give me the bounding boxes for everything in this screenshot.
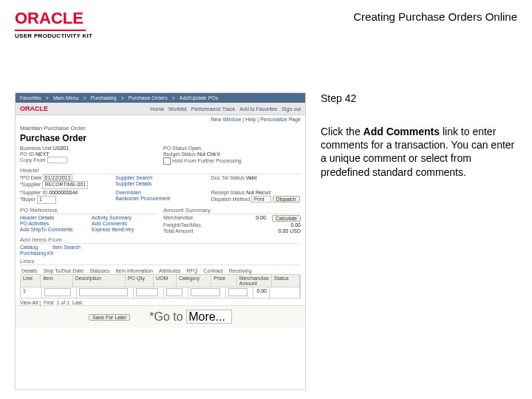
ss-merch-label: Merchandise bbox=[163, 215, 193, 222]
ss-grid-header: Line Item Description PO Qty UOM Categor… bbox=[20, 274, 301, 287]
ss-doc-value: Valid bbox=[246, 175, 257, 180]
ss-lines-section: Lines bbox=[20, 258, 301, 265]
ss-col-uom: UOM bbox=[154, 275, 177, 287]
ss-module-heading: Maintain Purchase Order bbox=[16, 123, 305, 133]
ss-podate-input[interactable]: 01/22/2013 bbox=[44, 174, 72, 181]
table-row: 1 0.00 bbox=[20, 287, 301, 299]
ss-total-value: 0.00 USD bbox=[279, 228, 301, 233]
ss-col-desc: Description bbox=[73, 275, 126, 287]
ss-cell-amt: 0.00 bbox=[253, 287, 270, 298]
ss-postatus-value[interactable]: Open bbox=[188, 146, 201, 151]
ss-nav-item[interactable]: Favorites bbox=[20, 95, 41, 100]
ss-poref-section: PO Reference bbox=[20, 207, 157, 214]
ss-col-amt: Merchandise Amount bbox=[237, 275, 272, 287]
ss-add-shipto-link[interactable]: Add ShipTo Comments bbox=[20, 227, 86, 232]
ss-dispatch-label: Dispatch Method bbox=[211, 197, 250, 202]
ss-tab-attributes[interactable]: Attributes bbox=[157, 267, 183, 274]
ss-po-activities-link[interactable]: PO Activities bbox=[20, 221, 86, 226]
ss-freight-value: 0.00 bbox=[290, 222, 301, 228]
instruction-text: Click the Add Comments link to enter com… bbox=[321, 125, 517, 179]
ss-supplier-input[interactable]: RECORTIME-001 bbox=[42, 181, 88, 189]
ss-nav-item[interactable]: Purchase Orders bbox=[129, 95, 168, 100]
ss-dispatch-select[interactable]: Print bbox=[251, 196, 270, 202]
ss-row-count: 1 bbox=[57, 300, 60, 305]
ss-poid-value: NEXT bbox=[35, 151, 50, 157]
ss-col-qty: PO Qty bbox=[126, 275, 154, 287]
ss-nav-item[interactable]: Main Menu bbox=[53, 95, 79, 100]
ss-col-price: Price bbox=[211, 275, 236, 287]
ss-col-line: Line bbox=[21, 275, 41, 287]
ss-copy-select[interactable] bbox=[47, 157, 68, 163]
ss-doc-label: Doc Tol Status bbox=[211, 175, 245, 180]
ss-purkits-link[interactable]: Purchasing Kit bbox=[20, 250, 53, 256]
ss-tab-iteminfo[interactable]: Item Information bbox=[114, 267, 154, 274]
ss-calculate-button[interactable]: Calculate bbox=[272, 215, 301, 222]
oracle-upk-subtitle: USER PRODUCTIVITY KIT bbox=[15, 33, 92, 39]
ss-link-home[interactable]: Home bbox=[150, 106, 164, 112]
ss-top-links: Home Worklist Performance Trace Add to F… bbox=[150, 106, 301, 112]
ss-link-fav[interactable]: Add to Favorites bbox=[239, 106, 277, 112]
ss-page-title: Purchase Order bbox=[16, 133, 305, 146]
ss-col-item: Item bbox=[41, 275, 73, 287]
instr-pre: Click the bbox=[321, 126, 364, 137]
ss-cell-line[interactable]: 1 bbox=[21, 287, 42, 298]
ss-supplier-label: *Supplier bbox=[20, 182, 41, 187]
ss-hold-checkbox[interactable] bbox=[163, 157, 171, 165]
ss-save-button[interactable]: Save For Later bbox=[89, 314, 130, 321]
ss-total-label: Total Amount bbox=[163, 228, 193, 233]
ss-goto-select[interactable]: More... bbox=[186, 310, 232, 324]
ss-oracle-logo: ORACLE bbox=[20, 105, 48, 112]
ss-activity-summary-link[interactable]: Activity Summary bbox=[92, 215, 157, 220]
ss-item-search-link[interactable]: Item Search bbox=[52, 245, 81, 250]
ss-buyer-input[interactable]: 1 bbox=[37, 196, 56, 204]
oracle-logo-underline bbox=[15, 30, 86, 31]
ss-tab-details[interactable]: Details bbox=[20, 267, 38, 274]
embedded-screenshot: Favorites > Main Menu > Purchasing > Pur… bbox=[15, 92, 306, 390]
ss-supplier-search-link[interactable]: Supplier Search bbox=[115, 175, 152, 180]
ss-header-details-link[interactable]: Header Details bbox=[20, 215, 86, 220]
ss-tab-receiving[interactable]: Receiving bbox=[228, 267, 253, 274]
ss-backorder-link[interactable]: Backorder Procurement bbox=[115, 196, 170, 201]
ss-express-item-link[interactable]: Express ItemEntry bbox=[92, 227, 157, 232]
instr-bold: Add Comments bbox=[364, 126, 440, 137]
ss-link-signout[interactable]: Sign out bbox=[282, 106, 301, 112]
ss-tab-rfq[interactable]: RFQ bbox=[185, 267, 200, 274]
ss-receipt-label: Receipt Status bbox=[211, 190, 245, 195]
ss-budget-label: Budget Status bbox=[163, 151, 196, 157]
ss-lines-tabs: Details Ship To/Due Date Statuses Item I… bbox=[20, 267, 301, 274]
oracle-logo-text: ORACLE bbox=[15, 9, 92, 28]
ss-tab-statuses[interactable]: Statuses bbox=[88, 267, 111, 274]
ss-dispatch-button[interactable]: Dispatch bbox=[273, 196, 300, 202]
ss-tab-shipto[interactable]: Ship To/Due Date bbox=[41, 267, 85, 274]
ss-bu-label: Business Unit bbox=[20, 146, 52, 151]
ss-supplier-details-link[interactable]: Supplier Details bbox=[115, 181, 151, 186]
ss-tab-contract[interactable]: Contract bbox=[202, 267, 224, 274]
ss-footer: Save For Later *Go to More... bbox=[16, 305, 305, 328]
ss-bu-value: US001 bbox=[53, 146, 69, 151]
ss-postatus-label: PO Status bbox=[163, 146, 187, 151]
ss-additems-section: Add Items From bbox=[20, 236, 301, 244]
ss-nav-item[interactable]: Purchasing bbox=[91, 95, 117, 100]
ss-copy-label: Copy From bbox=[20, 157, 46, 163]
ss-amount-section: Amount Summary bbox=[163, 207, 301, 214]
ss-cell-qty[interactable] bbox=[136, 288, 158, 296]
ss-link-worklist[interactable]: Worklist bbox=[168, 106, 187, 112]
ss-catalog-link[interactable]: Catalog bbox=[20, 245, 38, 250]
ss-nav-item[interactable]: Add/Update POs bbox=[180, 95, 219, 100]
step-label: Step 42 bbox=[321, 92, 517, 104]
ss-overridden-link[interactable]: Overridden bbox=[115, 190, 141, 195]
page-title: Creating Purchase Orders Online bbox=[353, 10, 517, 23]
ss-cell-item[interactable] bbox=[44, 288, 71, 296]
ss-add-comments-link[interactable]: Add Comments bbox=[92, 221, 157, 226]
ss-freight-label: Freight/Tax/Misc. bbox=[163, 222, 202, 228]
ss-utility-links[interactable]: New Window | Help | Personalize Page bbox=[16, 115, 305, 123]
ss-poid-label: PO ID bbox=[20, 151, 34, 157]
ss-cell-price[interactable] bbox=[228, 288, 248, 296]
ss-header-section: Header bbox=[20, 167, 301, 174]
ss-link-perf[interactable]: Performance Trace bbox=[191, 106, 236, 112]
ss-cell-cat[interactable] bbox=[191, 288, 220, 296]
ss-col-status: Status bbox=[272, 275, 300, 287]
ss-cell-desc[interactable] bbox=[79, 288, 128, 296]
oracle-logo-block: ORACLE USER PRODUCTIVITY KIT bbox=[15, 9, 92, 39]
ss-cell-uom[interactable] bbox=[166, 288, 183, 296]
